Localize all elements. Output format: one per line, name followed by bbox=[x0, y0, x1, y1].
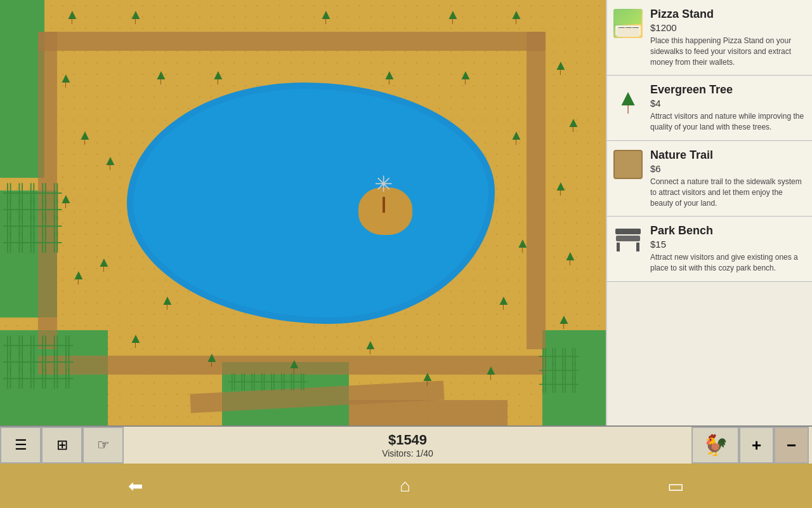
tree-7 bbox=[76, 127, 94, 145]
tree-14 bbox=[555, 311, 573, 329]
pizza-stand-price: $1200 bbox=[650, 22, 807, 33]
tree-19 bbox=[419, 368, 436, 386]
tree-5 bbox=[508, 6, 525, 24]
nature-trail-image bbox=[613, 150, 643, 179]
back-button[interactable]: ⬅ bbox=[115, 471, 155, 502]
bottom-bar: ☰ ⊞ ☞ $1549 Visitors: 1/40 🐓 + − bbox=[0, 425, 812, 464]
home-button[interactable]: ⌂ bbox=[387, 471, 423, 501]
chicken-button[interactable]: 🐓 bbox=[691, 427, 739, 464]
tall-grass-right-bottom: ╫╫╫╫╫╫╫╫╫╫╫╫ bbox=[539, 349, 579, 391]
zoom-in-button[interactable]: + bbox=[739, 427, 774, 464]
evergreen-tree-price: $4 bbox=[650, 98, 807, 109]
money-display: $1549 bbox=[124, 432, 691, 448]
status-center: $1549 Visitors: 1/40 bbox=[124, 432, 691, 458]
nature-trail-info: Nature Trail $6 Connect a nature trail t… bbox=[650, 149, 807, 208]
tree-22 bbox=[209, 67, 227, 84]
tree-23 bbox=[381, 67, 398, 84]
path-top bbox=[38, 32, 546, 51]
zoom-out-button[interactable]: − bbox=[774, 427, 809, 464]
recent-button[interactable]: ▭ bbox=[655, 471, 697, 502]
shop-item-evergreen-tree[interactable]: Evergreen Tree $4 Attract visitors and n… bbox=[607, 76, 812, 141]
chicken-icon: 🐓 bbox=[703, 433, 728, 457]
pizza-stand-icon: ⬛⬛⬛ bbox=[612, 8, 644, 39]
tree-21 bbox=[152, 67, 170, 84]
right-controls: 🐓 + − bbox=[691, 427, 809, 464]
tree-2 bbox=[127, 6, 145, 24]
pointer-icon: ☞ bbox=[97, 437, 110, 453]
path-bottom-wind2 bbox=[349, 400, 508, 425]
tree-16 bbox=[203, 349, 221, 367]
tree-30 bbox=[508, 127, 525, 145]
tree-6 bbox=[57, 70, 75, 88]
nature-trail-name: Nature Trail bbox=[650, 149, 807, 162]
recent-icon: ▭ bbox=[667, 476, 684, 496]
tree-4 bbox=[444, 6, 462, 24]
nature-trail-price: $6 bbox=[650, 163, 807, 174]
tree-3 bbox=[317, 6, 335, 24]
tree-24 bbox=[457, 67, 475, 84]
tree-1 bbox=[63, 6, 81, 24]
main-area: ✳ bbox=[0, 0, 812, 425]
park-bench-price: $15 bbox=[650, 239, 807, 250]
tree-18 bbox=[362, 337, 379, 354]
tree-15 bbox=[127, 330, 145, 348]
list-icon: ☰ bbox=[15, 437, 27, 453]
pointer-button[interactable]: ☞ bbox=[82, 427, 124, 464]
visitors-display: Visitors: 1/40 bbox=[124, 448, 691, 458]
game-map[interactable]: ✳ bbox=[0, 0, 606, 425]
nature-trail-icon bbox=[612, 149, 644, 180]
zoom-out-icon: − bbox=[787, 436, 796, 455]
park-bench-info: Park Bench $15 Attract new visitors and … bbox=[650, 224, 807, 274]
back-icon: ⬅ bbox=[128, 476, 143, 496]
tree-17 bbox=[285, 356, 303, 373]
pizza-stand-info: Pizza Stand $1200 Place this happening P… bbox=[650, 8, 807, 67]
tree-26 bbox=[95, 254, 113, 272]
park-bench-icon bbox=[612, 224, 644, 256]
tree-13 bbox=[561, 248, 579, 265]
list-view-button[interactable]: ☰ bbox=[0, 427, 41, 464]
path-right bbox=[527, 32, 546, 349]
evergreen-tree-info: Evergreen Tree $4 Attract visitors and n… bbox=[650, 83, 807, 133]
grid-view-button[interactable]: ⊞ bbox=[41, 427, 82, 464]
nature-trail-desc: Connect a nature trail to the sidewalk s… bbox=[650, 177, 807, 208]
nav-bar: ⬅ ⌂ ▭ bbox=[0, 464, 812, 508]
tree-10 bbox=[552, 57, 570, 75]
park-bench-desc: Attract new visitors and give existing o… bbox=[650, 252, 807, 274]
park-bench-image bbox=[613, 225, 643, 255]
app: ✳ bbox=[0, 0, 812, 508]
evergreen-tree-image bbox=[613, 84, 643, 114]
tree-12 bbox=[552, 178, 570, 196]
zoom-in-icon: + bbox=[752, 436, 761, 455]
evergreen-tree-name: Evergreen Tree bbox=[650, 83, 807, 97]
shop-item-park-bench[interactable]: Park Bench $15 Attract new visitors and … bbox=[607, 217, 812, 282]
tree-20 bbox=[482, 362, 500, 380]
tree-25 bbox=[102, 152, 119, 170]
tall-grass-left: ╫╫╫╫╫╫╫╫╫╫╫╫╫╫╫╫╫╫╫╫ bbox=[3, 184, 62, 250]
tree-27 bbox=[159, 292, 176, 310]
home-icon: ⌂ bbox=[400, 476, 410, 495]
pizza-stand-desc: Place this happening Pizza Stand on your… bbox=[650, 36, 807, 67]
windmill: ✳ bbox=[374, 171, 393, 213]
pizza-stand-name: Pizza Stand bbox=[650, 8, 807, 21]
pizza-stand-image: ⬛⬛⬛ bbox=[613, 9, 643, 38]
tall-grass-bottom-left: ╫╫╫╫╫╫╫╫╫╫╫╫╫╫╫╫╫╫ bbox=[3, 337, 74, 386]
tree-11 bbox=[565, 114, 582, 132]
side-panel: ⬛⬛⬛ Pizza Stand $1200 Place this happeni… bbox=[606, 0, 812, 425]
shop-item-pizza-stand[interactable]: ⬛⬛⬛ Pizza Stand $1200 Place this happeni… bbox=[607, 0, 812, 76]
tree-28 bbox=[495, 292, 513, 310]
tree-9 bbox=[70, 267, 88, 284]
evergreen-tree-icon bbox=[612, 83, 644, 115]
grid-icon: ⊞ bbox=[56, 437, 68, 453]
shop-item-nature-trail[interactable]: Nature Trail $6 Connect a nature trail t… bbox=[607, 141, 812, 217]
evergreen-tree-desc: Attract visitors and nature while improv… bbox=[650, 111, 807, 133]
park-bench-name: Park Bench bbox=[650, 224, 807, 237]
tree-29 bbox=[514, 235, 532, 253]
tall-grass-bottom-mid: ╫╫╫╫╫╫╫╫ bbox=[228, 375, 308, 389]
